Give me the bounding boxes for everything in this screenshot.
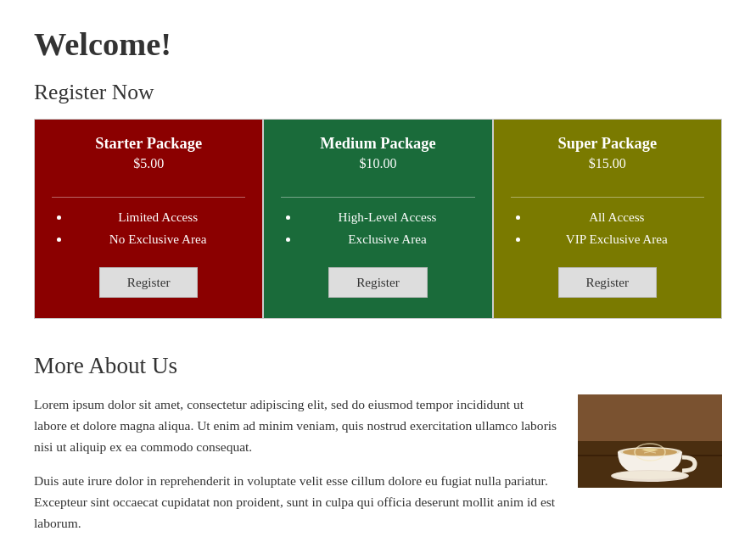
list-item: Exclusive Area bbox=[300, 232, 474, 247]
starter-register-button[interactable]: Register bbox=[99, 267, 199, 298]
super-name: Super Package bbox=[502, 135, 713, 153]
list-item: High-Level Access bbox=[300, 210, 474, 225]
svg-point-9 bbox=[613, 471, 687, 479]
super-package: Super Package $15.00 All Access VIP Excl… bbox=[493, 119, 722, 319]
list-item: VIP Exclusive Area bbox=[529, 232, 704, 247]
super-price: $15.00 bbox=[502, 156, 713, 171]
packages-container: Starter Package $5.00 Limited Access No … bbox=[34, 119, 722, 319]
starter-price: $5.00 bbox=[43, 156, 254, 171]
about-heading: More About Us bbox=[34, 353, 722, 379]
medium-features: High-Level Access Exclusive Area bbox=[281, 210, 474, 247]
starter-body: Limited Access No Exclusive Area Registe… bbox=[35, 183, 262, 318]
list-item: Limited Access bbox=[70, 210, 245, 225]
medium-price: $10.00 bbox=[272, 156, 483, 171]
super-features: All Access VIP Exclusive Area bbox=[511, 210, 704, 247]
super-body: All Access VIP Exclusive Area Register bbox=[494, 183, 721, 318]
medium-header: Medium Package $10.00 bbox=[264, 120, 491, 183]
starter-header: Starter Package $5.00 bbox=[35, 120, 262, 183]
list-item: No Exclusive Area bbox=[70, 232, 245, 247]
super-register-button[interactable]: Register bbox=[558, 267, 658, 298]
svg-rect-1 bbox=[578, 394, 722, 441]
about-text: Lorem ipsum dolor sit amet, consectetur … bbox=[34, 394, 557, 548]
super-header: Super Package $15.00 bbox=[494, 120, 721, 183]
medium-package: Medium Package $10.00 High-Level Access … bbox=[263, 119, 492, 319]
about-content: Lorem ipsum dolor sit amet, consectetur … bbox=[34, 394, 722, 548]
medium-body: High-Level Access Exclusive Area Registe… bbox=[264, 183, 491, 318]
starter-package: Starter Package $5.00 Limited Access No … bbox=[34, 119, 263, 319]
medium-register-button[interactable]: Register bbox=[328, 267, 428, 298]
list-item: All Access bbox=[529, 210, 704, 225]
register-section-heading: Register Now bbox=[34, 80, 722, 105]
starter-features: Limited Access No Exclusive Area bbox=[52, 210, 245, 247]
about-para-1: Lorem ipsum dolor sit amet, consectetur … bbox=[34, 394, 557, 457]
page-title: Welcome! bbox=[34, 25, 722, 63]
about-section: More About Us Lorem ipsum dolor sit amet… bbox=[34, 353, 722, 559]
about-image bbox=[578, 394, 722, 488]
starter-name: Starter Package bbox=[43, 135, 254, 153]
about-para-2: Duis aute irure dolor in reprehenderit i… bbox=[34, 471, 557, 534]
medium-name: Medium Package bbox=[272, 135, 483, 153]
